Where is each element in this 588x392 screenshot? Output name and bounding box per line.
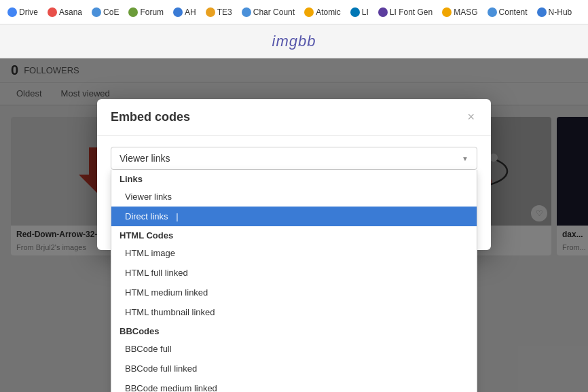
forum-icon	[128, 7, 138, 17]
modal-header: Embed codes ×	[97, 99, 491, 136]
drive-icon	[7, 7, 17, 17]
topbar-label-forum: Forum	[140, 7, 164, 17]
masg-icon	[442, 7, 452, 17]
chevron-down-icon: ▼	[462, 155, 468, 162]
topbar-item-nhub[interactable]: N-Hub	[534, 6, 576, 18]
topbar-item-ah[interactable]: AH	[170, 6, 200, 18]
dropdown-menu: Links Viewer links Direct links | HTML C…	[111, 170, 477, 392]
topbar-label-li: LI	[362, 7, 369, 17]
dropdown-item-direct-links[interactable]: Direct links |	[111, 207, 477, 226]
lifontgen-icon	[378, 7, 388, 17]
select-dropdown-button[interactable]: Viewer links ▼	[111, 147, 477, 170]
dropdown-item-bbcode-full-linked[interactable]: BBCode full linked	[111, 359, 477, 378]
dropdown-group-bbcodes: BBCodes	[111, 322, 477, 339]
topbar-item-lifontgen[interactable]: LI Font Gen	[375, 6, 436, 18]
dropdown-item-html-medium-linked[interactable]: HTML medium linked	[111, 283, 477, 302]
asana-icon	[48, 7, 57, 17]
topbar-label-asana: Asana	[59, 7, 82, 17]
modal-title: Embed codes	[111, 110, 190, 124]
topbar-label-coe: CoE	[103, 7, 119, 17]
modal-overlay: Embed codes × Viewer links ▼ Links Viewe…	[0, 58, 588, 392]
topbar-item-coe[interactable]: CoE	[88, 6, 122, 18]
topbar: Drive Asana CoE Forum AH TE3 Char Count …	[0, 0, 588, 24]
site-header: imgbb	[0, 24, 588, 58]
select-value: Viewer links	[120, 153, 170, 164]
te3-icon	[206, 7, 215, 17]
li-icon	[350, 7, 360, 17]
topbar-label-drive: Drive	[19, 7, 38, 17]
topbar-label-lifontgen: LI Font Gen	[390, 7, 433, 17]
topbar-label-ah: AH	[185, 7, 196, 17]
dropdown-item-html-full-linked[interactable]: HTML full linked	[111, 263, 477, 283]
select-wrapper: Viewer links ▼ Links Viewer links Direct…	[111, 147, 477, 170]
modal: Embed codes × Viewer links ▼ Links Viewe…	[97, 99, 491, 250]
dropdown-item-html-thumbnail-linked[interactable]: HTML thumbnail linked	[111, 302, 477, 322]
nhub-icon	[537, 7, 547, 17]
dropdown-group-html: HTML Codes	[111, 226, 477, 243]
topbar-item-atomic[interactable]: Atomic	[301, 6, 344, 18]
topbar-label-te3: TE3	[217, 7, 232, 17]
dropdown-item-viewer-links[interactable]: Viewer links	[111, 187, 477, 207]
ah-icon	[173, 7, 183, 17]
dropdown-item-bbcode-medium-linked[interactable]: BBCode medium linked	[111, 378, 477, 392]
topbar-item-drive[interactable]: Drive	[4, 6, 41, 18]
modal-body: Viewer links ▼ Links Viewer links Direct…	[97, 136, 491, 250]
topbar-label-nhub: N-Hub	[549, 7, 572, 17]
topbar-item-charcount[interactable]: Char Count	[238, 6, 298, 18]
topbar-item-asana[interactable]: Asana	[44, 6, 86, 18]
cursor-caret: |	[176, 211, 178, 221]
dropdown-item-html-image[interactable]: HTML image	[111, 243, 477, 263]
dropdown-group-links: Links	[111, 170, 477, 187]
topbar-label-content: Content	[499, 7, 528, 17]
bg-content: 0 FOLLOWERS Oldest Most viewed ♡ Red-Dow…	[0, 58, 588, 392]
modal-close-button[interactable]: ×	[464, 110, 477, 124]
topbar-item-masg[interactable]: MASG	[439, 6, 481, 18]
topbar-label-atomic: Atomic	[316, 7, 341, 17]
topbar-label-masg: MASG	[454, 7, 477, 17]
topbar-item-content[interactable]: Content	[484, 6, 531, 18]
content-icon	[488, 7, 497, 17]
topbar-label-charcount: Char Count	[253, 7, 295, 17]
dropdown-item-bbcode-full[interactable]: BBCode full	[111, 339, 477, 359]
topbar-item-li[interactable]: LI	[347, 6, 372, 18]
topbar-item-forum[interactable]: Forum	[125, 6, 167, 18]
atomic-icon	[304, 7, 314, 17]
site-logo: imgbb	[272, 33, 316, 50]
charcount-icon	[242, 7, 251, 17]
topbar-item-te3[interactable]: TE3	[202, 6, 236, 18]
coe-icon	[92, 7, 101, 17]
